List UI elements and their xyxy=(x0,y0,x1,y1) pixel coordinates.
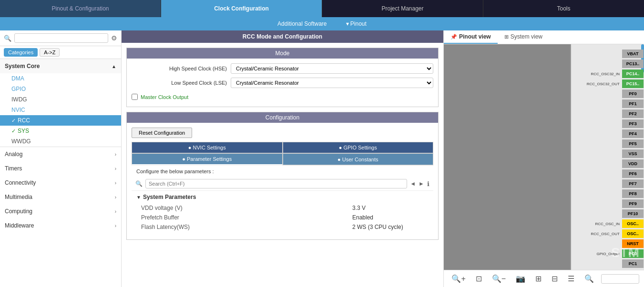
pin-pf5[interactable]: PF5 xyxy=(622,139,644,148)
hse-select[interactable]: DisableCrystal/Ceramic ResonatorBypass C… xyxy=(231,63,433,74)
sidebar-section-system-core-header[interactable]: System Core ▲ xyxy=(0,59,121,73)
mode-section: Mode High Speed Clock (HSE) DisableCryst… xyxy=(126,48,439,107)
tab-pinout-view[interactable]: 📌 Pinout view xyxy=(444,30,498,44)
config-tabs-row1: ● NVIC Settings ● GPIO Settings xyxy=(132,142,433,153)
pin-pf3[interactable]: PF3 xyxy=(622,119,644,128)
sidebar-search-input[interactable] xyxy=(14,33,108,43)
nav-clock-config[interactable]: Clock Configuration xyxy=(161,0,322,17)
params-info-button[interactable]: ℹ xyxy=(427,180,429,188)
tab-parameter-settings[interactable]: ● Parameter Settings xyxy=(132,153,283,165)
pinout-search-input[interactable] xyxy=(601,274,639,284)
pin-osc-in[interactable]: OSC.. xyxy=(622,219,644,228)
zoom-in-button[interactable]: 🔍+ xyxy=(449,273,468,284)
pin-vbat[interactable]: VBAT xyxy=(622,49,644,58)
lse-label: Low Speed Clock (LSE) xyxy=(132,80,227,86)
mode-content: High Speed Clock (HSE) DisableCrystal/Ce… xyxy=(127,59,438,107)
pin-pf7[interactable]: PF7 xyxy=(622,179,644,188)
tab-user-constants[interactable]: ● User Constants xyxy=(283,153,434,165)
config-tabs-row2: ● Parameter Settings ● User Constants xyxy=(132,153,433,165)
list-button[interactable]: ☰ xyxy=(565,273,577,284)
param-prefetch-row: Prefetch Buffer Enabled xyxy=(136,213,429,222)
params-search-bar: 🔍 ◄ ► ℹ xyxy=(132,177,433,191)
pin-pc15[interactable]: PC15.. xyxy=(622,79,644,88)
multimedia-chevron-right-icon: › xyxy=(115,195,116,200)
sidebar-item-dma[interactable]: DMA xyxy=(0,73,121,84)
gear-icon[interactable]: ⚙ xyxy=(111,34,117,42)
pin-row-pf10: PF10 xyxy=(587,209,644,218)
master-clock-checkbox[interactable] xyxy=(132,94,138,100)
sidebar-section-timers[interactable]: Timers › xyxy=(0,161,121,176)
sidebar-section-computing[interactable]: Computing › xyxy=(0,204,121,218)
pin-vss[interactable]: VSS xyxy=(622,149,644,158)
pin-row-pc14: RCC_OSC32_IN PC14.. xyxy=(587,69,644,79)
nav-project-manager[interactable]: Project Manager xyxy=(322,0,483,17)
pin-pf2[interactable]: PF2 xyxy=(622,109,644,118)
tab-system-view[interactable]: ⊞ System view xyxy=(498,30,549,44)
pin-pf9[interactable]: PF9 xyxy=(622,199,644,208)
sidebar-item-rcc[interactable]: ✓ RCC xyxy=(0,115,121,126)
sidebar-section-middleware[interactable]: Middleware › xyxy=(0,218,121,233)
pin-pf8[interactable]: PF8 xyxy=(622,189,644,198)
sidebar-tabs: Categories A->Z xyxy=(0,46,121,59)
reset-configuration-button[interactable]: Reset Configuration xyxy=(132,128,192,138)
pinout-view-icon: 📌 xyxy=(450,34,457,40)
tab-categories[interactable]: Categories xyxy=(4,48,38,57)
pinout-content: VBAT PC13.. RCC_OSC32_IN PC14.. RCC_OSC3… xyxy=(444,44,644,270)
tab-nvic-settings[interactable]: ● NVIC Settings xyxy=(132,142,283,153)
params-prev-button[interactable]: ◄ xyxy=(410,180,416,187)
pin-pf6[interactable]: PF6 xyxy=(622,169,644,178)
pin-row-pf7: PF7 xyxy=(587,179,644,188)
nav-additional-software[interactable]: Additional Software xyxy=(277,20,327,27)
master-clock-label: Master Clock Output xyxy=(141,94,188,100)
pin-pf4[interactable]: PF4 xyxy=(622,129,644,138)
pin-row-pf4: PF4 xyxy=(587,129,644,139)
sidebar-section-multimedia[interactable]: Multimedia › xyxy=(0,190,121,204)
system-view-icon: ⊞ xyxy=(504,34,509,40)
nav-pinout[interactable]: ▾ Pinout xyxy=(346,20,367,27)
pin-osc-out[interactable]: OSC.. xyxy=(622,229,644,238)
hse-label: High Speed Clock (HSE) xyxy=(132,66,227,71)
tab-gpio-settings[interactable]: ● GPIO Settings xyxy=(283,142,434,153)
pin-row-vss: VSS xyxy=(587,149,644,158)
pin-row-pf8: PF8 xyxy=(587,189,644,198)
zoom-out-button[interactable]: 🔍− xyxy=(489,273,509,284)
grid-button[interactable]: ⊟ xyxy=(549,273,561,284)
pin-pf1[interactable]: PF1 xyxy=(622,99,644,108)
params-next-button[interactable]: ► xyxy=(419,180,424,187)
params-search-input[interactable] xyxy=(145,179,407,188)
search-pins-button[interactable]: 🔍 xyxy=(582,273,597,284)
pin-pc14[interactable]: PC14.. xyxy=(622,69,644,78)
params-header-text: Configure the below parameters : xyxy=(132,165,433,177)
configuration-section-title: Configuration xyxy=(127,112,438,123)
sidebar-section-connectivity[interactable]: Connectivity › xyxy=(0,176,121,190)
screenshot-button[interactable]: 📷 xyxy=(513,273,528,284)
pin-pf10[interactable]: PF10 xyxy=(622,209,644,218)
sidebar-item-wwdg[interactable]: WWDG xyxy=(0,136,121,147)
nav-tools[interactable]: Tools xyxy=(483,0,644,17)
nav-pinout-config[interactable]: Pinout & Configuration xyxy=(0,0,161,17)
sidebar-section-analog[interactable]: Analog › xyxy=(0,147,121,161)
top-navigation: Pinout & Configuration Clock Configurati… xyxy=(0,0,644,17)
stm-logo: STM xyxy=(611,245,639,260)
pin-pc1[interactable]: PC1 xyxy=(622,259,644,268)
layers-button[interactable]: ⊞ xyxy=(532,273,544,284)
main-area: 🔍 ⚙ Categories A->Z System Core ▲ DMA GP… xyxy=(0,30,644,287)
param-vdd-row: VDD voltage (V) 3.3 V xyxy=(136,203,429,213)
sidebar-section-system-core: System Core ▲ DMA GPIO IWDG NVIC ✓ RC xyxy=(0,59,121,147)
fit-button[interactable]: ⊡ xyxy=(473,273,485,284)
sidebar-item-gpio[interactable]: GPIO xyxy=(0,84,121,94)
sidebar-item-iwdg[interactable]: IWDG xyxy=(0,94,121,105)
pin-vdd[interactable]: VDD xyxy=(622,159,644,168)
lse-select[interactable]: DisableCrystal/Ceramic ResonatorBypass C… xyxy=(231,78,433,88)
sidebar-item-sys[interactable]: ✓ SYS xyxy=(0,126,121,136)
search-icon: 🔍 xyxy=(4,35,11,42)
tab-az[interactable]: A->Z xyxy=(40,48,60,57)
pin-pc13[interactable]: PC13.. xyxy=(622,59,644,68)
sidebar-item-nvic[interactable]: NVIC xyxy=(0,105,121,115)
pin-pf0[interactable]: PF0 xyxy=(622,89,644,98)
system-params-section: ▼ System Parameters VDD voltage (V) 3.3 … xyxy=(132,191,433,235)
collapse-params-icon: ▼ xyxy=(136,195,141,200)
sidebar: 🔍 ⚙ Categories A->Z System Core ▲ DMA GP… xyxy=(0,30,122,287)
timers-chevron-right-icon: › xyxy=(115,166,116,171)
pin-row-pf2: PF2 xyxy=(587,109,644,119)
